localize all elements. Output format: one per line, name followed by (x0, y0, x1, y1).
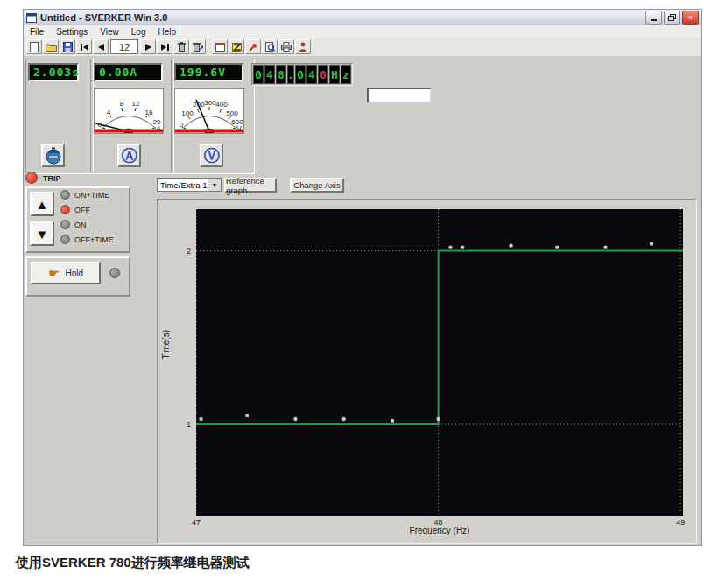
empty-text-field[interactable] (367, 88, 432, 103)
axis-select-value: Time/Extra 1 (158, 180, 208, 190)
open-folder-icon (46, 43, 57, 52)
mode-label-off-time: OFF+TIME (74, 235, 114, 244)
circled-a-icon: Ⓐ (122, 148, 137, 164)
prev-record-icon (98, 44, 104, 51)
ammeter-tick: 12 (132, 100, 140, 108)
voltmeter-tick: 400 (215, 101, 227, 108)
frequency-unit-h: H (329, 65, 340, 84)
mode-label-on: ON (74, 220, 87, 229)
phasor-button[interactable] (245, 39, 261, 54)
mode-led-on-time (60, 190, 70, 200)
mode-led-off-time (60, 234, 70, 244)
voltmeter-tick: 200 (193, 101, 204, 108)
delete-record-button[interactable] (173, 39, 189, 54)
chart-svg (196, 209, 683, 516)
frequency-digit: 0 (253, 65, 264, 84)
last-record-button[interactable] (157, 39, 172, 54)
y-tick-label: 2 (161, 247, 191, 256)
reference-graph-button[interactable]: Reference graph (224, 178, 277, 192)
voltmeter-button[interactable]: Ⓥ (200, 144, 223, 167)
current-display: 0.00A (94, 63, 163, 81)
trash-icon (178, 42, 186, 52)
frequency-unit-z: z (341, 65, 351, 84)
menu-view[interactable]: View (94, 27, 125, 37)
first-record-icon (81, 44, 88, 51)
ammeter-button[interactable]: Ⓐ (117, 144, 141, 167)
open-file-button[interactable] (43, 39, 59, 54)
timer-button[interactable] (41, 144, 65, 167)
minimize-icon (651, 15, 657, 21)
frequency-digit-red: 0 (318, 65, 328, 84)
time-display: 2.003s (28, 63, 79, 81)
zigzag-icon (232, 43, 242, 52)
dropdown-arrow-button[interactable]: ▼ (208, 178, 221, 191)
report-view-button[interactable] (212, 39, 228, 54)
ammeter-gauge: 0 4 8 12 16 20 A A (94, 88, 164, 134)
voltmeter-tick: 500 (226, 109, 237, 117)
decrease-button[interactable]: ▼ (30, 221, 54, 246)
chevron-down-icon: ▼ (212, 182, 218, 188)
ammeter-tick: 0 (98, 121, 102, 129)
hold-led (109, 268, 120, 278)
record-number-field[interactable]: 12 (110, 39, 138, 54)
y-tick-label: 1 (161, 420, 191, 429)
hold-button[interactable]: ☛ Hold (31, 262, 101, 284)
minimize-button[interactable] (645, 10, 662, 24)
frequency-digit: 4 (306, 65, 317, 84)
prev-record-button[interactable] (93, 39, 109, 54)
voltmeter-gauge: 0 100 200 300 400 500 600 V (174, 88, 244, 134)
about-button[interactable] (295, 39, 311, 54)
figure-caption: 使用SVERKER 780进行频率继电器测试 (16, 555, 250, 571)
chart-plot[interactable] (196, 209, 683, 516)
restore-icon (668, 14, 676, 21)
axis-select-dropdown[interactable]: Time/Extra 1 ▼ (157, 178, 222, 192)
title-bar[interactable]: Untitled - SVERKER Win 3.0 × (24, 10, 701, 26)
voltmeter-tick: 100 (181, 109, 193, 117)
increase-button[interactable]: ▲ (30, 192, 54, 216)
voltmeter-tick: 300 (204, 99, 215, 107)
app-window: Untitled - SVERKER Win 3.0 × File Settin… (23, 9, 702, 546)
trash-arrow-icon (193, 42, 203, 52)
app-icon (26, 13, 37, 23)
printer-icon (281, 42, 292, 52)
ammeter-tick: 4 (107, 108, 110, 116)
next-record-button[interactable] (140, 39, 156, 54)
print-preview-icon (265, 42, 275, 52)
delete-all-button[interactable] (190, 39, 206, 54)
voltage-display: 199.6V (174, 63, 243, 81)
frequency-digit: 4 (264, 65, 275, 84)
print-button[interactable] (278, 39, 294, 54)
new-file-button[interactable] (26, 39, 42, 54)
last-record-icon (161, 44, 169, 51)
menu-help[interactable]: Help (151, 27, 182, 37)
chart-container: Time(s) 12 474849 Frequency (Hz) (157, 199, 697, 544)
window-title: Untitled - SVERKER Win 3.0 (40, 12, 644, 23)
curve-view-button[interactable] (229, 39, 244, 54)
save-icon (63, 42, 73, 52)
ammeter-unit: A (156, 124, 161, 133)
menu-settings[interactable]: Settings (50, 27, 94, 37)
restore-button[interactable] (664, 10, 680, 24)
new-file-icon (30, 42, 39, 52)
frequency-digit: 0 (295, 65, 306, 84)
close-button[interactable]: × (682, 10, 699, 24)
toolbar-separator (207, 39, 211, 54)
frequency-digit: 8 (276, 65, 286, 84)
toolbar: 12 (24, 38, 701, 57)
menu-file[interactable]: File (24, 27, 50, 37)
first-record-button[interactable] (76, 39, 92, 54)
mode-label-off: OFF (74, 206, 90, 214)
mode-led-off (60, 205, 70, 214)
menu-bar: File Settings View Log Help (24, 25, 701, 38)
frequency-display: 0 4 8 . 0 4 0 H z (251, 63, 353, 86)
x-axis-label: Frequency (Hz) (196, 526, 683, 536)
save-button[interactable] (60, 39, 75, 54)
person-icon (299, 42, 307, 52)
y-axis-label: Time(s) (161, 347, 171, 360)
print-preview-button[interactable] (262, 39, 278, 54)
mode-led-on (60, 220, 70, 229)
report-icon (215, 43, 225, 52)
menu-log[interactable]: Log (125, 27, 152, 37)
mode-label-on-time: ON+TIME (74, 191, 109, 200)
change-axis-button[interactable]: Change Axis (290, 178, 344, 192)
